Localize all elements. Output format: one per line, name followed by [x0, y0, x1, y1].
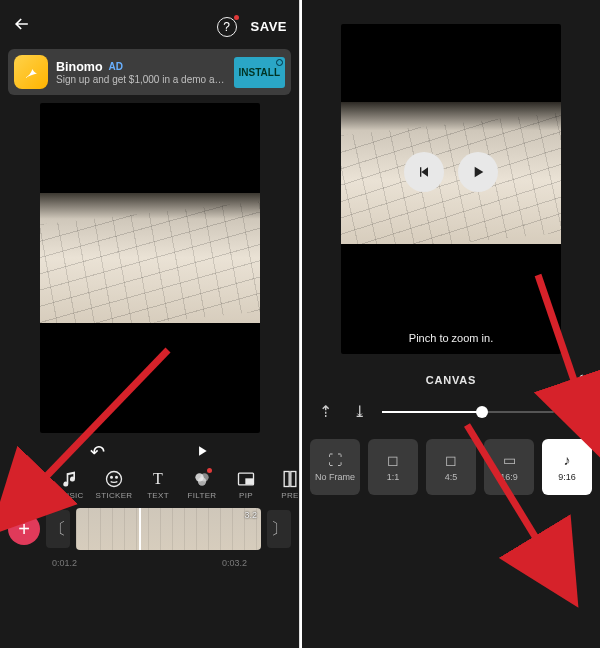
- timeline-handle-right[interactable]: 〕: [267, 510, 291, 548]
- ad-install-button[interactable]: INSTALL: [234, 57, 285, 88]
- canvas-right-pane: Pinch to zoom in. CANVAS ✓ ⇡ ⤓ ⛶ No Fram…: [302, 0, 600, 648]
- svg-point-2: [116, 477, 118, 479]
- play-icon[interactable]: [458, 152, 498, 192]
- aspect-ratio-bar: ⛶ No Frame ◻ 1:1 ◻ 4:5 ▭ 16:9 ♪ 9:16 3:4: [302, 435, 600, 507]
- top-bar: ? SAVE: [0, 0, 299, 49]
- ratio-4-5-label: 4:5: [445, 472, 458, 482]
- fit-icon[interactable]: [566, 403, 588, 421]
- ad-banner[interactable]: Binomo AD Sign up and get $1,000 in a de…: [8, 49, 291, 95]
- svg-rect-7: [246, 479, 253, 484]
- video-preview[interactable]: Pinch to zoom in.: [341, 24, 561, 354]
- play-icon[interactable]: [195, 444, 209, 461]
- prev-frame-icon[interactable]: [404, 152, 444, 192]
- ad-title: Binomo: [56, 60, 103, 74]
- tool-filter[interactable]: FILTER: [180, 469, 224, 500]
- svg-point-1: [111, 477, 113, 479]
- tool-pre-label: PRE: [281, 491, 298, 500]
- back-arrow-icon[interactable]: [12, 14, 32, 39]
- ad-subtitle: Sign up and get $1,000 in a demo account…: [56, 74, 226, 85]
- confirm-check-icon[interactable]: ✓: [571, 369, 586, 391]
- tool-pip[interactable]: PIP: [224, 469, 268, 500]
- move-up-icon[interactable]: ⇡: [314, 402, 336, 421]
- ad-tag: AD: [109, 61, 123, 72]
- help-icon[interactable]: ?: [217, 17, 237, 37]
- ratio-16-9[interactable]: ▭ 16:9: [484, 439, 534, 495]
- slider-thumb[interactable]: [476, 406, 488, 418]
- add-clip-button[interactable]: +: [8, 513, 40, 545]
- ratio-9-16[interactable]: ♪ 9:16: [542, 439, 592, 495]
- tool-text-label: TEXT: [147, 491, 169, 500]
- tool-music[interactable]: MUSIC: [48, 469, 92, 500]
- undo-icon[interactable]: ↶: [90, 441, 105, 463]
- ratio-no-frame[interactable]: ⛶ No Frame: [310, 439, 360, 495]
- timeline-time-current: 0:01.2: [52, 558, 77, 568]
- tool-bar: CANVAS MUSIC STICKER T TEXT FILTER PIP P…: [0, 467, 299, 500]
- ratio-no-frame-label: No Frame: [315, 472, 355, 482]
- ad-app-icon: [14, 55, 48, 89]
- ratio-1-1[interactable]: ◻ 1:1: [368, 439, 418, 495]
- save-button[interactable]: SAVE: [251, 19, 287, 34]
- tool-filter-label: FILTER: [188, 491, 217, 500]
- youtube-icon: ▭: [503, 452, 516, 468]
- preview-image: [40, 193, 260, 323]
- zoom-slider-row: ⇡ ⤓: [302, 396, 600, 435]
- timeline-time-total: 0:03.2: [222, 558, 247, 568]
- tool-pre[interactable]: PRE: [268, 469, 299, 500]
- ratio-4-5[interactable]: ◻ 4:5: [426, 439, 476, 495]
- svg-point-0: [107, 472, 122, 487]
- tool-sticker[interactable]: STICKER: [92, 469, 136, 500]
- timeline[interactable]: + 〔 3.2 〕: [0, 500, 299, 558]
- ad-text: Binomo AD Sign up and get $1,000 in a de…: [56, 60, 226, 85]
- svg-rect-9: [291, 472, 296, 487]
- download-icon[interactable]: ⤓: [348, 402, 370, 421]
- timeline-clip[interactable]: 3.2: [76, 508, 261, 550]
- tool-music-label: MUSIC: [56, 491, 83, 500]
- ratio-9-16-label: 9:16: [558, 472, 576, 482]
- playhead[interactable]: [139, 508, 141, 550]
- tool-canvas-label: CANVAS: [9, 491, 43, 500]
- timeline-handle-left[interactable]: 〔: [46, 510, 70, 548]
- section-label-canvas: CANVAS: [426, 374, 476, 386]
- clip-duration: 3.2: [244, 510, 257, 520]
- svg-point-5: [198, 477, 206, 485]
- tool-text[interactable]: T TEXT: [136, 469, 180, 500]
- tool-pip-label: PIP: [239, 491, 253, 500]
- instagram-icon: ◻: [387, 452, 399, 468]
- editor-left-pane: ? SAVE Binomo AD Sign up and get $1,000 …: [0, 0, 300, 648]
- tool-sticker-label: STICKER: [96, 491, 133, 500]
- ratio-1-1-label: 1:1: [387, 472, 400, 482]
- expand-icon: ⛶: [328, 452, 342, 468]
- tiktok-icon: ♪: [564, 452, 571, 468]
- tool-canvas[interactable]: CANVAS: [4, 469, 48, 500]
- instagram-icon: ◻: [445, 452, 457, 468]
- zoom-hint: Pinch to zoom in.: [341, 332, 561, 344]
- svg-rect-8: [284, 472, 289, 487]
- video-preview[interactable]: [40, 103, 260, 433]
- zoom-slider[interactable]: [382, 411, 554, 413]
- ratio-16-9-label: 16:9: [500, 472, 518, 482]
